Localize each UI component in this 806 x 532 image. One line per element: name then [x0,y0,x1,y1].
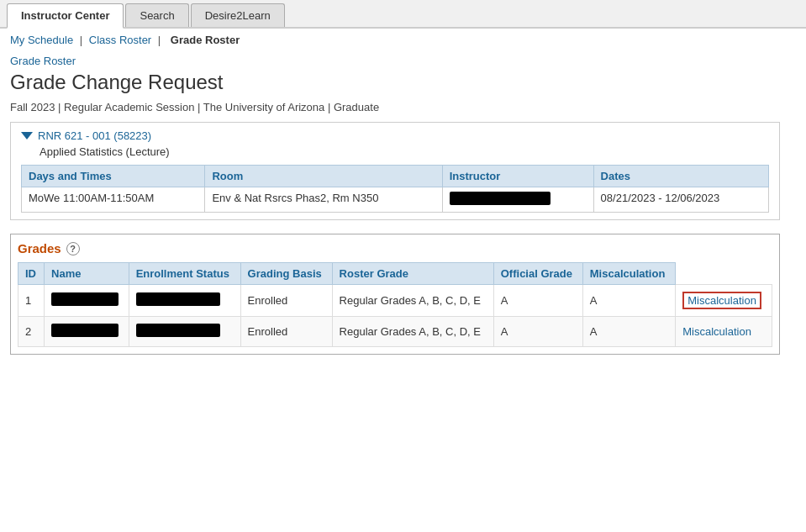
breadcrumb-current: Grade Roster [171,34,240,46]
row2-name [129,317,240,347]
help-icon[interactable]: ? [66,242,80,255]
grades-header-miscalculation: Miscalculation [582,263,675,285]
row1-name-redacted [136,292,220,306]
schedule-instructor [442,187,593,213]
row2-miscalculation[interactable]: Miscalculation [676,317,772,347]
row1-name [129,285,240,317]
row1-num: 1 [18,285,45,317]
main-content: Grade Roster Grade Change Request Fall 2… [0,51,790,365]
course-subtitle: Applied Statistics (Lecture) [40,145,769,158]
grades-header: Grades ? [18,241,772,255]
grades-header-id: ID [18,263,45,285]
table-row: 1 Enrolled Regular Grades A, B, C, D, E … [18,285,772,317]
row1-roster-grade: A [493,285,582,317]
tab-desire2learn[interactable]: Desire2Learn [191,3,285,27]
row2-id [45,317,129,347]
tab-search[interactable]: Search [125,3,188,27]
row1-enrollment-status: Enrolled [240,285,332,317]
breadcrumb-separator-1: | [80,34,86,46]
schedule-room: Env & Nat Rsrcs Phas2, Rm N350 [205,187,442,213]
row2-grading-basis: Regular Grades A, B, C, D, E [332,317,493,347]
session-info: Fall 2023 | Regular Academic Session | T… [10,101,780,113]
schedule-table: Days and Times Room Instructor Dates MoW… [21,165,769,213]
grades-header-enrollment: Enrollment Status [129,263,240,285]
schedule-dates: 08/21/2023 - 12/06/2023 [593,187,768,213]
chevron-down-icon[interactable] [21,132,33,140]
schedule-row: MoWe 11:00AM-11:50AM Env & Nat Rsrcs Pha… [22,187,769,213]
row2-num: 2 [18,317,45,347]
page-title: Grade Change Request [10,71,780,94]
breadcrumb-separator-2: | [158,34,164,46]
grades-header-name: Name [45,263,129,285]
instructor-redacted [450,192,551,205]
row1-id [45,285,129,317]
breadcrumb: My Schedule | Class Roster | Grade Roste… [0,29,806,51]
miscalculation-link-bordered[interactable]: Miscalculation [682,292,761,309]
schedule-header-instructor: Instructor [442,166,593,187]
section-label: Grade Roster [10,55,780,67]
row2-enrollment-status: Enrolled [240,317,332,347]
table-row: 2 Enrolled Regular Grades A, B, C, D, E … [18,317,772,347]
schedule-header-room: Room [205,166,442,187]
row2-roster-grade: A [493,317,582,347]
tab-instructor-center[interactable]: Instructor Center [7,3,124,29]
row1-official-grade: A [582,285,675,317]
grades-table: ID Name Enrollment Status Grading Basis … [18,262,772,347]
grades-header-official-grade: Official Grade [493,263,582,285]
breadcrumb-class-roster[interactable]: Class Roster [89,34,151,46]
row2-official-grade: A [582,317,675,347]
schedule-header-dates: Dates [593,166,768,187]
grades-header-roster-grade: Roster Grade [332,263,493,285]
row1-miscalculation[interactable]: Miscalculation [676,285,772,317]
course-header: RNR 621 - 001 (58223) [21,129,769,142]
grades-header-grading-basis: Grading Basis [240,263,332,285]
miscalculation-link[interactable]: Miscalculation [682,325,751,338]
tab-bar: Instructor Center Search Desire2Learn [0,0,806,29]
course-box: RNR 621 - 001 (58223) Applied Statistics… [10,122,780,220]
grades-title: Grades [18,241,61,255]
row1-grading-basis: Regular Grades A, B, C, D, E [332,285,493,317]
row1-id-redacted [51,292,119,306]
row2-name-redacted [136,324,220,337]
schedule-days-times: MoWe 11:00AM-11:50AM [22,187,205,213]
schedule-header-days: Days and Times [22,166,205,187]
course-link[interactable]: RNR 621 - 001 (58223) [38,129,151,142]
row2-id-redacted [51,324,119,337]
breadcrumb-my-schedule[interactable]: My Schedule [10,34,73,46]
grades-section: Grades ? ID Name Enrollment Status Gradi… [10,234,780,355]
